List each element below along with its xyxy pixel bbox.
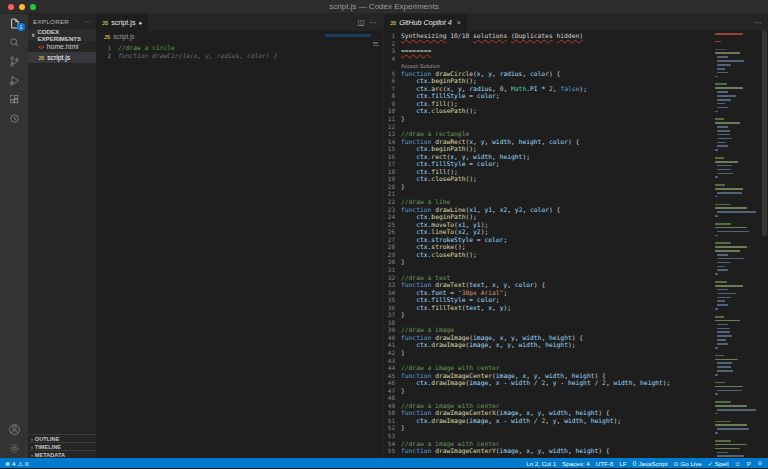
bell-icon[interactable] xyxy=(757,460,763,466)
workspace-section-header[interactable]: ∨ CODEX EXPERIMENTS xyxy=(28,29,96,41)
copilot-line: 39//draw a image xyxy=(384,326,715,334)
copilot-line: 50function drawImageCenterX(image, x, y,… xyxy=(384,409,715,417)
live-server-icon[interactable] xyxy=(0,109,28,128)
explorer-actions-icon[interactable]: ⋯ xyxy=(84,18,91,26)
copilot-line: 28 ctx.stroke(); xyxy=(384,243,715,251)
split-editor-icon[interactable]: ◫ xyxy=(357,18,364,27)
editor-code-area[interactable]: 1//draw a circle2function drawCircle(x, … xyxy=(96,42,383,458)
status-utf-8[interactable]: UTF-8 xyxy=(596,460,614,467)
prettier-icon[interactable]: P xyxy=(747,460,751,467)
copilot-code-area[interactable]: 1Synthesizing 10/10 solutions (Duplicate… xyxy=(384,31,715,458)
status-javascript[interactable]: {}JavaScript xyxy=(632,460,667,467)
line-number: 3 xyxy=(384,47,401,55)
traffic-lights xyxy=(8,4,36,10)
line-number: 33 xyxy=(384,281,401,289)
line-number: 28 xyxy=(384,243,401,251)
sidebar-section-metadata[interactable]: ›METADATA xyxy=(28,450,96,458)
copilot-line: 43 xyxy=(384,357,715,365)
line-number: 1 xyxy=(96,44,118,52)
copilot-line: 47} xyxy=(384,387,715,395)
copilot-line: 24 ctx.beginPath(); xyxy=(384,213,715,221)
copilot-line: 38 xyxy=(384,319,715,327)
line-number: 41 xyxy=(384,341,401,349)
run-debug-icon[interactable] xyxy=(0,71,28,90)
feedback-smiley-icon[interactable]: ☺ xyxy=(735,460,741,467)
explorer-icon[interactable]: 1 xyxy=(0,14,28,33)
copilot-line: 35 ctx.fillStyle = color; xyxy=(384,296,715,304)
line-number: 25 xyxy=(384,221,401,229)
minimize-window-button[interactable] xyxy=(19,4,25,10)
copilot-line: 51 ctx.drawImage(image, x - width / 2, y… xyxy=(384,417,715,425)
error-icon: ⊗ xyxy=(5,460,10,467)
line-number: 30 xyxy=(384,258,401,266)
line-number: 13 xyxy=(384,130,401,138)
status-spell[interactable]: ✓Spell xyxy=(708,460,729,467)
line-number: 17 xyxy=(384,160,401,168)
maximize-window-button[interactable] xyxy=(30,4,36,10)
line-number: 1 xyxy=(384,32,401,40)
settings-gear-icon[interactable] xyxy=(0,439,28,458)
copilot-line: 21 xyxy=(384,190,715,198)
copilot-line: 49//draw a image with center xyxy=(384,402,715,410)
line-number: 18 xyxy=(384,168,401,176)
line-number: 2 xyxy=(96,52,118,60)
copilot-line: 42} xyxy=(384,349,715,357)
status-ln-2-col-1[interactable]: Ln 2, Col 1 xyxy=(526,460,556,467)
sidebar-section-outline[interactable]: ›OUTLINE xyxy=(28,434,96,442)
line-number: 29 xyxy=(384,251,401,259)
copilot-line: 4 xyxy=(384,55,715,63)
check-icon: ✓ xyxy=(708,460,713,467)
line-number: 35 xyxy=(384,296,401,304)
copilot-line: 29 ctx.closePath(); xyxy=(384,251,715,259)
file-item-home-html[interactable]: <>home.html xyxy=(28,41,96,52)
copilot-line: 7 ctx.arc(x, y, radius, 0, Math.PI * 2, … xyxy=(384,85,715,93)
copilot-line: 27 ctx.strokeStyle = color; xyxy=(384,236,715,244)
copilot-line: 31 xyxy=(384,266,715,274)
js-file-icon: JS xyxy=(390,20,396,26)
copilot-line: 45function drawImageCenter(image, x, y, … xyxy=(384,372,715,380)
status-go-live[interactable]: ⊙Go Live xyxy=(673,460,701,467)
editor-minimap[interactable] xyxy=(373,42,381,48)
copilot-line: 6 ctx.beginPath(); xyxy=(384,77,715,85)
file-item-script-js[interactable]: JSscript.js xyxy=(28,52,96,63)
line-number: 31 xyxy=(384,266,401,274)
copilot-scrollbar[interactable] xyxy=(761,31,768,458)
chevron-right-icon: › xyxy=(31,436,33,442)
editor-line[interactable]: 1//draw a circle xyxy=(96,44,383,52)
close-tab-icon[interactable]: × xyxy=(457,19,461,26)
line-number: 54 xyxy=(384,440,401,448)
copilot-line: 12 xyxy=(384,123,715,131)
sidebar-collapsed-sections: ›OUTLINE›TIMELINE›METADATA xyxy=(28,434,96,458)
accept-solution-link[interactable]: Accept Solution xyxy=(384,62,715,70)
copilot-line: 44//draw a image with center xyxy=(384,364,715,372)
account-icon[interactable] xyxy=(0,420,28,439)
search-icon[interactable] xyxy=(0,33,28,52)
modified-dot-icon: ● xyxy=(139,20,143,26)
copilot-line: 10 ctx.closePath(); xyxy=(384,107,715,115)
copilot-minimap[interactable] xyxy=(715,31,761,458)
line-number: 45 xyxy=(384,372,401,380)
chevron-right-icon: › xyxy=(31,452,33,458)
copilot-line: 16 ctx.rect(x, y, width, height); xyxy=(384,153,715,161)
copilot-line: 33function drawText(text, x, y, color) { xyxy=(384,281,715,289)
line-number: 39 xyxy=(384,326,401,334)
extensions-icon[interactable] xyxy=(0,90,28,109)
copilot-more-actions-icon[interactable]: ⋯ xyxy=(755,18,763,27)
editor-line[interactable]: 2function drawCircle(x, y, radius, color… xyxy=(96,52,383,60)
status-lf[interactable]: LF xyxy=(619,460,626,467)
sidebar-section-timeline[interactable]: ›TIMELINE xyxy=(28,442,96,450)
copilot-line: 46 ctx.drawImage(image, x - width / 2, y… xyxy=(384,379,715,387)
problems-indicator[interactable]: ⊗ 4 ⚠ 0 xyxy=(5,460,28,467)
tab-github-copilot[interactable]: JS GitHub Copilot 4 × xyxy=(384,14,468,31)
copilot-line: 3======== xyxy=(384,47,715,55)
copilot-line: 23function drawLine(x1, y1, x2, y2, colo… xyxy=(384,206,715,214)
editor-more-actions-icon[interactable]: ⋯ xyxy=(370,18,378,27)
tab-script-js[interactable]: JS script.js ● xyxy=(96,14,149,31)
close-window-button[interactable] xyxy=(8,4,14,10)
copilot-line: 18 ctx.fill(); xyxy=(384,168,715,176)
source-control-icon[interactable] xyxy=(0,52,28,71)
status-spaces-4[interactable]: Spaces: 4 xyxy=(562,460,590,467)
line-number: 12 xyxy=(384,123,401,131)
copilot-progress-bar xyxy=(325,34,371,37)
line-number: 47 xyxy=(384,387,401,395)
